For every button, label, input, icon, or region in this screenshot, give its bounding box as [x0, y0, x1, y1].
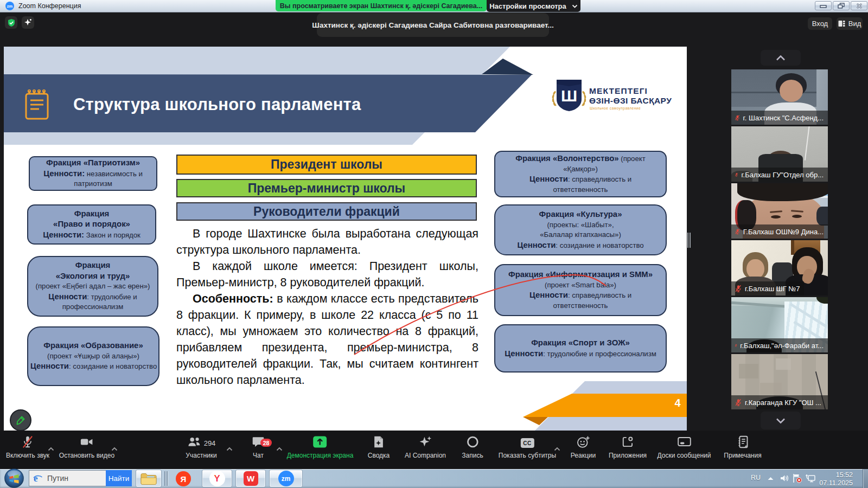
- participant-name-text: г.Караганда КГУ "ОШ ...: [745, 399, 821, 407]
- tray-date[interactable]: 07.11.2025: [809, 479, 853, 487]
- toolbar-participants-chevron[interactable]: [226, 444, 233, 453]
- tray-clock[interactable]: 15:52: [814, 471, 853, 479]
- toolbar-summary-button[interactable]: Сводка: [368, 436, 390, 459]
- toolbar-mute-label: Включить звук: [6, 452, 49, 459]
- toolbar-reactions-button[interactable]: Реакции: [571, 436, 596, 459]
- restore-icon: [838, 3, 845, 9]
- participant-name-label: г. Шахтинск "С.Асфенд...: [731, 111, 828, 125]
- toolbar-whiteboards-button[interactable]: Доски сообщений: [657, 436, 711, 459]
- participant-video-3[interactable]: Г.Балхаш ОШ№9 Дина...: [731, 183, 828, 239]
- fraction-box-left-1: Фракция «Патриотизм»Ценности: независимо…: [29, 156, 157, 191]
- participant-name-text: г.Балхаш,"әл-Фараби ат...: [740, 342, 824, 350]
- box-line: Фракция: [30, 260, 155, 271]
- toolbar-mute-button[interactable]: Включить звук: [6, 436, 49, 459]
- box-line: «Қамқор»): [497, 164, 663, 175]
- chevron-down-icon: [776, 418, 786, 423]
- scroll-down-button[interactable]: [761, 412, 801, 429]
- toolbar-captions-chevron[interactable]: [554, 444, 560, 453]
- sparkle-icon: [23, 18, 33, 27]
- box-line: ответственность: [497, 301, 663, 311]
- box-line: Ценности: независимость и: [32, 169, 154, 179]
- toolbar-ai-companion-button[interactable]: AI Companion: [405, 436, 446, 459]
- text-segment: : трудолюбие и: [87, 293, 137, 301]
- close-button[interactable]: [851, 1, 867, 10]
- text-segment: «Қамқор»): [563, 165, 598, 173]
- scroll-up-button[interactable]: [761, 50, 801, 66]
- view-settings-button[interactable]: Настройки просмотра: [487, 0, 580, 12]
- scene-layer-cable: [805, 126, 810, 160]
- screen-share-banner: Вы просматриваете экран Шахтинск қ. әдіс…: [276, 0, 487, 11]
- language-indicator[interactable]: RU: [751, 474, 761, 481]
- text-segment: (проект: [619, 155, 646, 163]
- slide-paragraph-1: В городе Шахтинске была выработана следу…: [176, 226, 478, 258]
- text-segment: (проекты: «Шабыт»,: [547, 221, 614, 229]
- action-center-flag-icon[interactable]: [792, 473, 802, 483]
- view-button[interactable]: Вид: [837, 17, 863, 30]
- toolbar-video-button[interactable]: Остановить видео: [59, 436, 114, 459]
- toolbar-captions-button[interactable]: CCПоказать субтитры: [499, 436, 556, 459]
- box-line: (проекты: «Шабыт»,: [497, 220, 663, 230]
- join-button[interactable]: Вход: [808, 17, 832, 30]
- whiteboard-icon: [676, 435, 692, 451]
- participant-video-6[interactable]: г.Караганда КГУ "ОШ ...: [731, 354, 828, 409]
- box-line: (проект «Еңбегі адал – жас өрен»): [30, 281, 155, 292]
- fraction-box-right-3: Фракция «Информатизация и SMM»(проект «S…: [494, 264, 667, 316]
- minimize-button[interactable]: [815, 1, 832, 10]
- toolbar-record-button[interactable]: Запись: [462, 436, 483, 459]
- toolbar-apps-button[interactable]: Приложения: [609, 436, 647, 459]
- restore-button[interactable]: [833, 1, 850, 10]
- toolbar-captions-label: Показать субтитры: [499, 452, 556, 459]
- participant-video-5[interactable]: г.Балхаш,"әл-Фараби ат...: [731, 297, 828, 352]
- start-button[interactable]: [4, 468, 24, 488]
- slide-paragraphs: В городе Шахтинске была выработана следу…: [176, 226, 478, 388]
- toolbar-mute-chevron[interactable]: [48, 444, 54, 453]
- text-segment: Ценности:: [43, 169, 85, 178]
- participant-video-1[interactable]: г. Шахтинск "С.Асфенд...: [731, 69, 828, 125]
- text-segment: (проект «Еңбегі адал – жас өрен»): [36, 282, 150, 290]
- window-title: Zoom Конференция: [18, 2, 81, 10]
- taskbar-app-zoom[interactable]: zm: [269, 470, 303, 487]
- text-segment: ответственность: [553, 301, 608, 310]
- panel-resize-handle[interactable]: [687, 233, 691, 248]
- tray-expand-icon[interactable]: [767, 476, 774, 481]
- text-segment: : созидание и новаторство: [556, 241, 643, 249]
- toolbar-chat-label: Чат: [253, 452, 264, 459]
- screen: zm Zoom Конференция Вы просматриваете эк…: [0, 0, 868, 488]
- text-segment: (проект «Smart bala»): [545, 281, 616, 289]
- participant-video-2[interactable]: г.Балхаш ГУ"Отдел обр...: [731, 126, 828, 182]
- search-input-text[interactable]: Путин: [47, 474, 68, 483]
- participant-name-text: г. Шахтинск "С.Асфенд...: [743, 114, 824, 122]
- box-line: Фракция «Спорт и ЗОЖ»: [497, 338, 663, 349]
- show-desktop-button[interactable]: [863, 469, 868, 488]
- toolbar-notes-button[interactable]: Примечания: [724, 436, 761, 459]
- fraction-box-left-3: Фракция«Экология и труд»(проект «Еңбегі …: [27, 256, 158, 317]
- participant-name-label: Г.Балхаш ОШ№9 Дина...: [731, 224, 828, 239]
- fraction-box-right-2: Фракция «Культура»(проекты: «Шабыт»,«Бал…: [494, 204, 667, 255]
- ai-companion-topbutton[interactable]: [22, 16, 34, 29]
- text-segment: Фракция «Культура»: [539, 210, 622, 219]
- text-segment: (проект «Ұшқыр ой алаңы»): [47, 352, 139, 360]
- explorer-button[interactable]: [136, 470, 162, 487]
- toolbar-video-chevron[interactable]: [111, 444, 118, 453]
- box-line: «Экология и труд»: [30, 271, 155, 282]
- security-button[interactable]: [5, 16, 17, 29]
- taskbar-app-yandex-search[interactable]: Я: [176, 471, 191, 486]
- notepad-icon: [24, 88, 50, 123]
- text-segment: В городе Шахтинске была выработана следу…: [176, 227, 478, 256]
- search-go-button[interactable]: Найти: [106, 470, 132, 486]
- participant-name-label: г.Караганда КГУ "ОШ ...: [731, 395, 828, 409]
- scene-layer-face: [780, 80, 803, 102]
- volume-icon[interactable]: [780, 474, 789, 483]
- taskbar-app-wps-office[interactable]: W: [235, 470, 266, 487]
- toolbar-share-button[interactable]: Демонстрация экрана: [287, 436, 354, 459]
- text-segment: «Право и порядок»: [53, 220, 130, 228]
- zoom-icon: zm: [278, 471, 294, 486]
- box-line: Ценности: справедливость и: [497, 174, 663, 185]
- toolbar-chat-chevron[interactable]: [276, 444, 283, 453]
- taskbar-app-yandex-browser[interactable]: Y: [202, 470, 232, 487]
- toolbar-participants-button[interactable]: 294Участники: [186, 436, 216, 459]
- logo-subtitle: Школьное самоуправление: [590, 106, 641, 110]
- annotate-button[interactable]: [10, 409, 31, 431]
- participant-video-4[interactable]: г.Балхаш ШГ №7: [731, 240, 828, 296]
- school-logo: Ш МЕКТЕПТЕГІ ӨЗІН-ӨЗІ БАСҚАРУ Школьное с…: [541, 76, 677, 114]
